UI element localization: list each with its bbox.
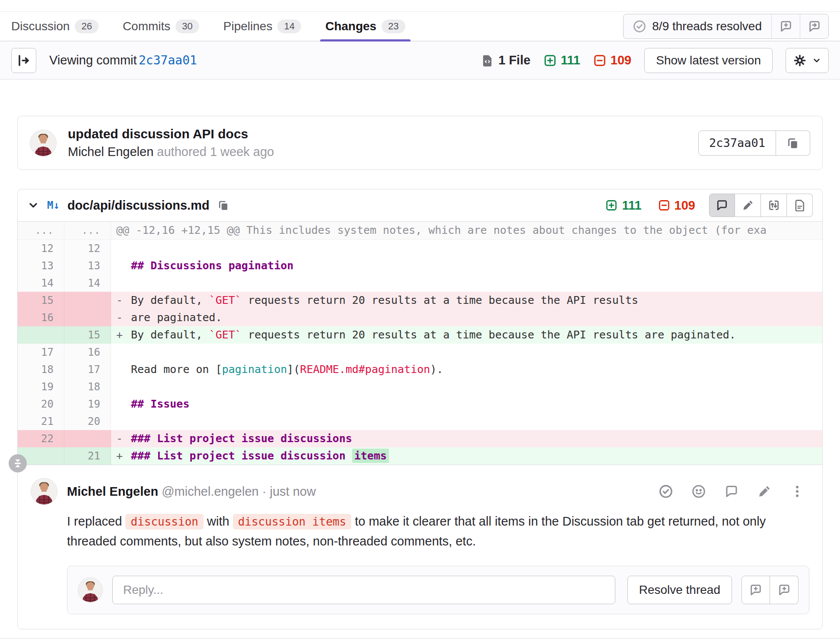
diff-line-content: ## Issues	[111, 395, 822, 413]
tab-commits[interactable]: Commits30	[123, 12, 199, 41]
diff-old-line-number[interactable]	[18, 326, 64, 344]
viewing-commit-sha-link[interactable]: 2c37aa01	[139, 53, 197, 67]
show-latest-version-button[interactable]: Show latest version	[644, 48, 773, 73]
jump-to-next-thread-button[interactable]	[771, 14, 800, 38]
minus-square-icon	[593, 54, 606, 67]
diff-new-line-number[interactable]: 14	[64, 274, 111, 292]
tab-count-badge: 26	[75, 19, 98, 33]
additions-count: 111	[544, 53, 580, 67]
diff-hunk-header: ... ... @@ -12,16 +12,15 @@ This include…	[18, 222, 822, 240]
diff-old-line-number[interactable]: 16	[18, 309, 64, 326]
file-additions-count: 111	[605, 198, 641, 213]
note-author-username[interactable]: @michel.engelen	[162, 485, 259, 498]
add-comment-to-review-button[interactable]	[741, 576, 770, 604]
diff-old-line-number[interactable]: 12	[18, 240, 64, 257]
tab-pipelines[interactable]: Pipelines14	[223, 12, 301, 41]
note-timestamp[interactable]: · just now	[262, 485, 316, 498]
compare-versions-button[interactable]	[761, 194, 787, 217]
diff-new-line-number[interactable]: 16	[64, 344, 111, 361]
diff-new-line-number[interactable]: 13	[64, 257, 111, 274]
edit-file-button[interactable]	[735, 194, 761, 217]
diff-line-ctx: 2120	[18, 413, 822, 430]
note-author-avatar[interactable]	[31, 478, 57, 505]
diff-old-line-number[interactable]: 13	[18, 257, 64, 274]
diff-line-content	[111, 378, 822, 395]
diff-new-line-number[interactable]: 19	[64, 395, 111, 413]
copy-icon	[786, 137, 799, 150]
diff-old-line-number[interactable]: 20	[18, 395, 64, 413]
diff-line-add: 21+### List project issue discussion ite…	[18, 447, 822, 465]
hunk-header-text: @@ -12,16 +12,15 @@ This includes system…	[111, 222, 822, 239]
diff-line-ctx: 1414	[18, 274, 822, 292]
diff-line-ctx: 1313## Discussions pagination	[18, 257, 822, 274]
diff-old-line-number[interactable]: 21	[18, 413, 64, 430]
diff-version-toolbar: Viewing commit 2c37aa01 1 File 111 109 S…	[0, 41, 840, 80]
chevron-down-icon[interactable]	[27, 199, 39, 211]
diff-old-line-number[interactable]: 14	[18, 274, 64, 292]
diff-line-content	[111, 413, 822, 430]
diff-old-line-number[interactable]: 15	[18, 292, 64, 309]
resolve-thread-check-icon[interactable]	[659, 485, 673, 498]
commit-sha-button[interactable]: 2c37aa01	[698, 131, 776, 156]
mr-tab-bar: Discussion26Commits30Pipelines14Changes2…	[0, 11, 840, 41]
emoji-icon[interactable]	[692, 485, 706, 498]
collapse-replies-button[interactable]	[9, 454, 27, 472]
reply-icon-group	[741, 576, 799, 604]
tab-label: Pipelines	[223, 19, 273, 33]
toggle-comments-button[interactable]	[709, 194, 735, 217]
commit-author-avatar[interactable]	[30, 130, 57, 156]
toggle-file-browser-button[interactable]	[11, 48, 36, 73]
diff-line-add: 15+By default, `GET` requests return 20 …	[18, 326, 822, 344]
deletions-count: 109	[593, 53, 631, 67]
diff-old-line-number[interactable]: 22	[18, 430, 64, 447]
threads-resolved-group: 8/9 threads resolved	[623, 14, 829, 39]
note-body: I replaced discussion with discussion it…	[67, 512, 776, 551]
note-author-name[interactable]: Michel Engelen	[67, 485, 158, 498]
file-icon	[481, 54, 494, 67]
copy-sha-button[interactable]	[776, 131, 810, 156]
diff-new-line-number[interactable]: 12	[64, 240, 111, 257]
toggle-file-comments-button[interactable]	[800, 14, 828, 38]
diff-old-line-number[interactable]: 18	[18, 361, 64, 378]
diff-line-content	[111, 240, 822, 257]
diff-old-line-number[interactable]: 19	[18, 378, 64, 395]
diff-line-content: +### List project issue discussion items	[111, 447, 822, 465]
current-user-avatar	[78, 577, 103, 603]
diff-new-line-number[interactable]: 15	[64, 326, 111, 344]
tab-changes[interactable]: Changes23	[325, 12, 405, 41]
reply-input[interactable]	[112, 576, 615, 604]
collapse-icon	[12, 458, 23, 469]
copy-file-path-button[interactable]	[217, 199, 229, 211]
diff-new-line-number[interactable]	[64, 309, 111, 326]
more-actions-icon[interactable]	[790, 485, 804, 498]
diff-line-content: -By default, `GET` requests return 20 re…	[111, 292, 822, 309]
discussion-note: Michel Engelen @michel.engelen · just no…	[18, 465, 822, 629]
diff-file-path[interactable]: doc/api/discussions.md	[67, 198, 210, 213]
resolve-thread-button[interactable]: Resolve thread	[627, 576, 732, 604]
tab-discussion[interactable]: Discussion26	[11, 12, 99, 41]
diff-line-ctx: 1817Read more on [pagination](README.md#…	[18, 361, 822, 378]
threads-resolved-status: 8/9 threads resolved	[624, 14, 771, 38]
diff-new-line-number[interactable]	[64, 292, 111, 309]
diff-new-line-number[interactable]: 20	[64, 413, 111, 430]
edit-comment-icon[interactable]	[757, 485, 771, 498]
tab-label: Discussion	[11, 19, 70, 33]
diff-new-line-number[interactable]	[64, 430, 111, 447]
reply-form: Resolve thread	[67, 566, 809, 614]
diff-new-line-number[interactable]: 18	[64, 378, 111, 395]
tab-count-badge: 23	[382, 19, 405, 33]
check-circle-icon	[633, 20, 646, 33]
file-deletions-count: 109	[658, 198, 695, 213]
comment-icon[interactable]	[725, 485, 738, 498]
diff-line-del: 15-By default, `GET` requests return 20 …	[18, 292, 822, 309]
diff-line-del: 16-are paginated.	[18, 309, 822, 326]
view-file-button[interactable]	[787, 194, 813, 217]
diff-settings-button[interactable]	[786, 48, 829, 73]
add-comment-now-button[interactable]	[770, 576, 799, 604]
diff-new-line-number[interactable]: 21	[64, 447, 111, 465]
diff-new-line-number[interactable]: 17	[64, 361, 111, 378]
diff-line-ctx: 1918	[18, 378, 822, 395]
diff-old-line-number[interactable]: 17	[18, 344, 64, 361]
tab-label: Commits	[123, 19, 170, 33]
commit-author-name[interactable]: Michel Engelen	[68, 145, 153, 159]
